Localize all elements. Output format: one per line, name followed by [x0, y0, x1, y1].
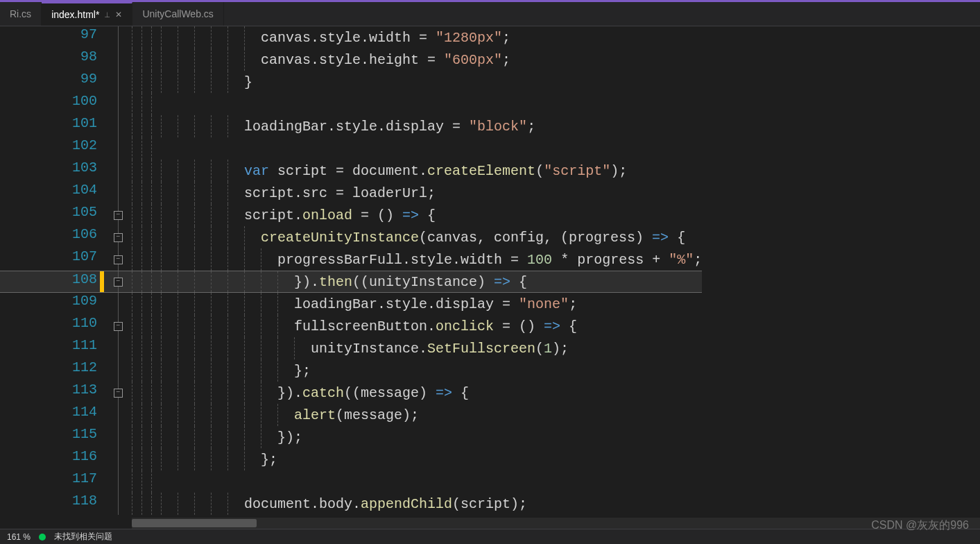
fold-gutter: − [104, 382, 132, 404]
code-text[interactable] [132, 137, 702, 160]
line-number[interactable]: 98 [0, 49, 104, 71]
code-text[interactable]: }).then((unityInstance) => { [132, 271, 702, 292]
code-text[interactable]: var script = document.createElement("scr… [132, 160, 702, 182]
line-number[interactable]: 104 [0, 182, 104, 204]
code-text[interactable]: createUnityInstance(canvas, config, (pro… [132, 226, 702, 248]
code-text[interactable]: }); [132, 426, 702, 448]
fold-gutter: − [104, 315, 132, 337]
tab-ri-cs[interactable]: Ri.cs [0, 2, 42, 26]
issues-text[interactable]: 未找到相关问题 [54, 531, 112, 543]
tab-index-html[interactable]: index.html* ⟂ ✕ [42, 2, 132, 26]
editor-area[interactable]: 97canvas.style.width = "1280px";98canvas… [0, 26, 980, 529]
line-number[interactable]: 105 [0, 204, 104, 226]
code-text[interactable] [132, 93, 702, 115]
code-line[interactable]: 109loadingBar.style.display = "none"; [0, 293, 702, 315]
code-line[interactable]: 101loadingBar.style.display = "block"; [0, 115, 702, 137]
code-text[interactable]: unityInstance.SetFullscreen(1); [132, 337, 702, 359]
fold-gutter [104, 470, 132, 493]
tab-label: UnityCallWeb.cs [142, 8, 213, 19]
fold-gutter [104, 493, 132, 515]
line-number[interactable]: 101 [0, 115, 104, 137]
line-number[interactable]: 117 [0, 470, 104, 493]
pin-icon[interactable]: ⟂ [105, 10, 110, 19]
code-text[interactable]: fullscreenButton.onclick = () => { [132, 315, 702, 337]
fold-gutter [104, 182, 132, 204]
code-line[interactable]: 104script.src = loaderUrl; [0, 182, 702, 204]
code-line[interactable]: 110−fullscreenButton.onclick = () => { [0, 315, 702, 337]
code-text[interactable]: loadingBar.style.display = "block"; [132, 115, 702, 137]
code-line[interactable]: 98canvas.style.height = "600px"; [0, 49, 702, 71]
code-line[interactable]: 105−script.onload = () => { [0, 204, 702, 226]
code-line[interactable]: 118document.body.appendChild(script); [0, 493, 702, 515]
tab-label: index.html* [51, 9, 99, 20]
code-line[interactable]: 107−progressBarFull.style.width = 100 * … [0, 248, 702, 271]
code-line[interactable]: 116}; [0, 448, 702, 470]
line-number[interactable]: 116 [0, 448, 104, 470]
tab-bar: Ri.cs index.html* ⟂ ✕ UnityCallWeb.cs [0, 2, 980, 26]
fold-toggle-icon[interactable]: − [114, 278, 123, 287]
line-number[interactable]: 111 [0, 337, 104, 359]
fold-toggle-icon[interactable]: − [114, 322, 123, 331]
fold-gutter [104, 293, 132, 315]
tab-unitycallweb-cs[interactable]: UnityCallWeb.cs [132, 2, 223, 26]
line-number[interactable]: 100 [0, 93, 104, 115]
code-line[interactable]: 115}); [0, 426, 702, 448]
code-line[interactable]: 111unityInstance.SetFullscreen(1); [0, 337, 702, 359]
code-text[interactable]: }; [132, 448, 702, 470]
code-text[interactable]: }; [132, 359, 702, 382]
code-text[interactable]: progressBarFull.style.width = 100 * prog… [132, 248, 702, 271]
line-number[interactable]: 113 [0, 382, 104, 404]
line-number[interactable]: 114 [0, 404, 104, 426]
zoom-level[interactable]: 161 % [7, 532, 31, 542]
code-line[interactable]: 102 [0, 137, 702, 160]
fold-toggle-icon[interactable]: − [114, 211, 123, 220]
fold-gutter [104, 49, 132, 71]
code-text[interactable]: canvas.style.height = "600px"; [132, 49, 702, 71]
line-number[interactable]: 108 [0, 271, 104, 292]
status-ok-icon [39, 534, 46, 541]
line-number[interactable]: 106 [0, 226, 104, 248]
fold-gutter [104, 359, 132, 382]
line-number[interactable]: 109 [0, 293, 104, 315]
fold-gutter: − [104, 248, 132, 271]
fold-toggle-icon[interactable]: − [114, 233, 123, 242]
fold-gutter [104, 426, 132, 448]
fold-gutter [104, 93, 132, 115]
code-text[interactable]: }).catch((message) => { [132, 382, 702, 404]
code-text[interactable]: script.onload = () => { [132, 204, 702, 226]
code-text[interactable]: alert(message); [132, 404, 702, 426]
fold-gutter [104, 337, 132, 359]
horizontal-scrollbar[interactable] [132, 518, 980, 529]
close-icon[interactable]: ✕ [115, 10, 122, 19]
line-number[interactable]: 103 [0, 160, 104, 182]
line-number[interactable]: 115 [0, 426, 104, 448]
line-number[interactable]: 112 [0, 359, 104, 382]
line-number[interactable]: 102 [0, 137, 104, 160]
code-line[interactable]: 113−}).catch((message) => { [0, 382, 702, 404]
fold-toggle-icon[interactable]: − [114, 255, 123, 264]
code-text[interactable]: canvas.style.width = "1280px"; [132, 26, 702, 49]
line-number[interactable]: 110 [0, 315, 104, 337]
code-text[interactable] [132, 470, 702, 493]
line-number[interactable]: 118 [0, 493, 104, 515]
code-text[interactable]: document.body.appendChild(script); [132, 493, 702, 515]
scrollbar-thumb[interactable] [132, 519, 257, 527]
line-number[interactable]: 99 [0, 71, 104, 93]
change-indicator [100, 271, 104, 292]
code-text[interactable]: } [132, 71, 702, 93]
code-line[interactable]: 99} [0, 71, 702, 93]
code-text[interactable]: script.src = loaderUrl; [132, 182, 702, 204]
code-line[interactable]: 112}; [0, 359, 702, 382]
fold-toggle-icon[interactable]: − [114, 389, 123, 398]
code-line[interactable]: 117 [0, 470, 702, 493]
code-line[interactable]: 114alert(message); [0, 404, 702, 426]
fold-gutter [104, 160, 132, 182]
code-line[interactable]: 106−createUnityInstance(canvas, config, … [0, 226, 702, 248]
code-line[interactable]: 108−}).then((unityInstance) => { [0, 271, 702, 293]
code-line[interactable]: 100 [0, 93, 702, 115]
code-text[interactable]: loadingBar.style.display = "none"; [132, 293, 702, 315]
code-line[interactable]: 103var script = document.createElement("… [0, 160, 702, 182]
line-number[interactable]: 107 [0, 248, 104, 271]
line-number[interactable]: 97 [0, 26, 104, 49]
code-line[interactable]: 97canvas.style.width = "1280px"; [0, 26, 702, 49]
